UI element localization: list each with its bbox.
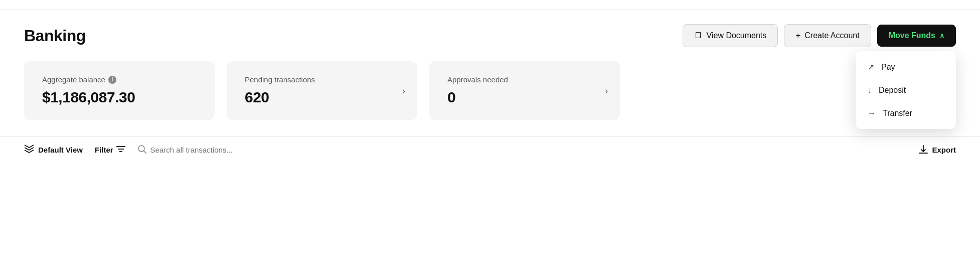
aggregate-balance-label: Aggregate balance i bbox=[42, 75, 197, 84]
create-account-button[interactable]: + Create Account bbox=[784, 24, 871, 47]
aggregate-balance-value: $1,186,087.30 bbox=[42, 89, 197, 106]
layers-icon bbox=[24, 145, 34, 155]
default-view-label: Default View bbox=[38, 146, 83, 154]
aggregate-balance-card: Aggregate balance i $1,186,087.30 bbox=[24, 61, 215, 120]
dropdown-item-deposit[interactable]: ↓ Deposit bbox=[856, 79, 956, 102]
move-funds-dropdown: ↗ Pay ↓ Deposit → Transfer bbox=[856, 51, 956, 129]
view-documents-button[interactable]: 🗒 View Documents bbox=[683, 24, 778, 47]
aggregate-balance-info-icon[interactable]: i bbox=[108, 76, 116, 84]
search-input[interactable] bbox=[150, 146, 321, 154]
header-actions: 🗒 View Documents + Create Account Move F… bbox=[683, 24, 956, 47]
filter-label: Filter bbox=[95, 146, 113, 154]
document-icon: 🗒 bbox=[694, 31, 703, 41]
bottom-bar: Default View Filter Export bbox=[0, 136, 980, 163]
search-icon bbox=[137, 145, 146, 155]
view-documents-label: View Documents bbox=[707, 31, 767, 40]
pay-icon: ↗ bbox=[868, 62, 874, 72]
default-view-button[interactable]: Default View bbox=[24, 145, 83, 155]
export-label: Export bbox=[932, 146, 956, 154]
pending-transactions-value: 620 bbox=[245, 89, 399, 106]
dropdown-item-transfer[interactable]: → Transfer bbox=[856, 102, 956, 125]
deposit-icon: ↓ bbox=[868, 86, 872, 95]
transfer-label: Transfer bbox=[883, 109, 912, 118]
dropdown-item-pay[interactable]: ↗ Pay bbox=[856, 55, 956, 79]
approvals-needed-value: 0 bbox=[447, 89, 602, 106]
pending-transactions-card[interactable]: Pending transactions 620 › bbox=[227, 61, 417, 120]
pending-transactions-arrow: › bbox=[402, 85, 405, 96]
deposit-label: Deposit bbox=[879, 86, 906, 95]
chevron-up-icon: ∧ bbox=[939, 32, 944, 40]
page-title: Banking bbox=[24, 27, 86, 45]
filter-icon bbox=[116, 146, 125, 154]
approvals-needed-label: Approvals needed bbox=[447, 75, 602, 84]
plus-icon: + bbox=[795, 31, 800, 41]
filter-button[interactable]: Filter bbox=[95, 146, 125, 154]
transfer-icon: → bbox=[868, 109, 876, 118]
cards-row: Aggregate balance i $1,186,087.30 Pendin… bbox=[0, 61, 980, 120]
move-funds-label: Move Funds bbox=[889, 31, 935, 40]
search-bar bbox=[137, 145, 907, 155]
approvals-needed-arrow: › bbox=[605, 85, 608, 96]
approvals-needed-card[interactable]: Approvals needed 0 › bbox=[429, 61, 620, 120]
move-funds-button[interactable]: Move Funds ∧ bbox=[877, 25, 956, 47]
export-button[interactable]: Export bbox=[919, 145, 956, 155]
pending-transactions-label: Pending transactions bbox=[245, 75, 399, 84]
pay-label: Pay bbox=[881, 63, 895, 72]
svg-line-4 bbox=[143, 151, 146, 154]
header: Banking 🗒 View Documents + Create Accoun… bbox=[0, 10, 980, 61]
top-bar bbox=[0, 0, 980, 10]
create-account-label: Create Account bbox=[804, 31, 859, 40]
export-icon bbox=[919, 145, 928, 155]
